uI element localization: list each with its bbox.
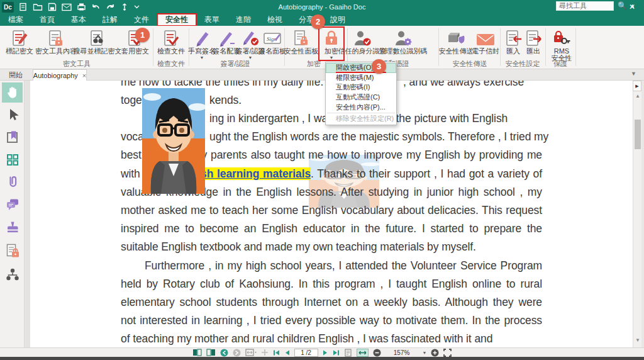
page-thumbnails-icon[interactable] — [2, 150, 23, 170]
gesture-icon[interactable] — [119, 1, 130, 13]
document-text: of teaching my mother and rural children… — [121, 332, 492, 345]
ribbon-button-密文工具內容[interactable]: 密文工具內容 — [36, 28, 75, 55]
print-icon[interactable] — [75, 1, 87, 13]
page-spread-icon[interactable] — [192, 349, 202, 356]
zoom-out-icon[interactable] — [373, 349, 381, 357]
security-panel-icon[interactable] — [2, 240, 23, 261]
redo-icon[interactable] — [104, 1, 116, 13]
first-page-icon[interactable] — [273, 349, 280, 356]
doc-check-icon — [162, 28, 180, 47]
collapse-ribbon-icon[interactable]: ▼ — [631, 70, 636, 77]
bookmark-panel-icon[interactable] — [2, 127, 23, 147]
new-doc-icon[interactable] — [18, 1, 29, 13]
scroll-down-icon[interactable]: ▼ — [633, 337, 642, 343]
attachments-icon[interactable] — [2, 172, 23, 192]
fit-page-icon[interactable] — [245, 349, 257, 356]
menu-item-2[interactable]: 權限密碼(M) — [326, 73, 396, 83]
stamp-icon[interactable] — [2, 217, 23, 237]
previous-page-icon[interactable] — [284, 349, 290, 356]
vertical-scrollbar[interactable]: ▲ ▼ — [633, 81, 641, 347]
ribbon-button-標記密文[interactable]: 標記密文 — [4, 28, 35, 55]
continuous-view-icon[interactable] — [344, 349, 352, 357]
scroll-up-icon[interactable]: ▲ — [633, 93, 642, 99]
ribbon-button-手寫簽名[interactable]: 手寫簽名▼ — [190, 28, 214, 60]
ribbon-tab-檢視[interactable]: 檢視 — [259, 14, 291, 26]
document-tab-Autobiography[interactable]: Autobiography× — [33, 69, 87, 81]
ribbon-tab-進階[interactable]: 進階 — [228, 14, 259, 26]
select-cursor-icon[interactable] — [2, 104, 23, 125]
ribbon-button-信任的身分識別[interactable]: 信任的身分識別 — [343, 28, 381, 55]
person-gear-icon — [394, 28, 413, 47]
taskbar-strip — [0, 357, 644, 360]
ribbon-group-label: 安全性設定 — [506, 59, 540, 69]
org-tree-icon[interactable] — [2, 264, 23, 284]
ribbon-button-簽署/認證[interactable]: 簽署/認證▼ — [239, 28, 262, 60]
ribbon-button-匯出[interactable]: 匯出 — [524, 28, 543, 55]
ribbon-button-label: 搜尋並標記密文 — [74, 48, 122, 55]
ribbon-button-管理數位識別碼[interactable]: 管理數位識別碼 — [382, 28, 424, 55]
fullscreen-icon[interactable] — [443, 349, 452, 357]
ribbon-button-安全性面板[interactable]: 安全性面板 — [286, 28, 316, 55]
encrypt-dropdown-menu: 開啟密碼(O)權限密碼(M)互動密碼(I)互動式憑證(C)安全性內容(P)...… — [325, 62, 397, 125]
callout-step-3: 3 — [372, 59, 386, 74]
page-number-box[interactable]: 1 /2 — [294, 349, 318, 357]
ribbon-tab-說明[interactable]: 說明 — [322, 14, 353, 26]
ribbon-button-加密[interactable]: 加密▼ — [319, 28, 343, 60]
document-text: suitable English textbook and made my ow… — [121, 240, 476, 253]
ribbon-tab-首頁[interactable]: 首頁 — [31, 14, 63, 26]
undo-icon[interactable] — [90, 1, 102, 13]
open-folder-icon[interactable] — [31, 1, 44, 13]
ribbon: 標記密文密文工具內容搜尋並標記密文套用密文密文工具檢查文件檢查文件手寫簽名▼簽名… — [0, 26, 644, 69]
zoom-in-icon[interactable] — [431, 349, 439, 357]
scrollbar-thumb[interactable] — [635, 120, 641, 149]
chevron-down-icon[interactable]: ▼ — [200, 56, 204, 60]
ribbon-button-搜尋並標記密文[interactable]: 搜尋並標記密文 — [77, 28, 118, 55]
fit-width-toggle[interactable] — [357, 349, 369, 357]
zoom-level[interactable]: 157% — [386, 349, 418, 356]
mail-icon[interactable] — [60, 1, 73, 13]
pen-config-icon — [218, 28, 235, 47]
ribbon-tab-安全性[interactable]: 安全性 — [157, 14, 196, 26]
hand-tool-icon[interactable] — [2, 82, 23, 103]
next-view-icon[interactable] — [233, 349, 241, 357]
title-bar: Dc Autobiography - Gaaiho Doc ─ □ ✕ — [0, 0, 644, 14]
page-spread2-icon[interactable] — [206, 349, 216, 356]
chevron-down-icon[interactable]: ▼ — [330, 56, 334, 60]
ribbon-group-label: 保護 — [553, 59, 567, 69]
document-text-line: of teaching my mother and rural children… — [121, 332, 542, 347]
document-text-segment: voca — [121, 130, 144, 143]
split-icon[interactable] — [261, 349, 269, 356]
panel-expand-button[interactable]: ▶ — [633, 81, 641, 91]
ribbon-button-檢查文件[interactable]: 檢查文件 — [155, 28, 187, 55]
comments-icon[interactable] — [2, 194, 23, 215]
previous-view-icon[interactable] — [220, 349, 228, 357]
svg-text:Sign: Sign — [267, 36, 277, 42]
doc-import-icon — [504, 28, 522, 47]
next-page-icon[interactable] — [323, 349, 328, 356]
document-tab-開始[interactable]: 開始 — [0, 69, 31, 81]
ribbon-tab-基本[interactable]: 基本 — [63, 14, 94, 26]
chevron-up-icon[interactable]: ▲ — [630, 3, 635, 9]
document-text-line: mother asked me to teach her some Englis… — [121, 204, 542, 222]
zoom-dropdown-icon[interactable]: ▼ — [423, 351, 427, 355]
ribbon-tab-註解[interactable]: 註解 — [94, 14, 126, 26]
close-tab-icon[interactable]: × — [82, 72, 86, 79]
menu-item-3[interactable]: 互動密碼(I) — [326, 82, 396, 93]
ribbon-button-匯入[interactable]: 匯入 — [504, 28, 523, 55]
ribbon-tab-檔案[interactable]: 檔案 — [0, 14, 31, 26]
ribbon-button-安全性傳送[interactable]: 安全性傳送 — [441, 28, 470, 55]
search-icon[interactable]: 🔍 — [618, 1, 627, 10]
last-page-icon[interactable] — [333, 349, 340, 356]
ribbon-button-RMS安全性[interactable]: RMS 安全性 — [548, 28, 575, 62]
menu-item-4[interactable]: 互動式憑證(C) — [326, 93, 396, 103]
ribbon-tab-文件[interactable]: 文件 — [126, 14, 157, 26]
ribbon-button-簽名面板[interactable]: Sign簽名面板 — [262, 28, 283, 55]
save-icon[interactable] — [47, 1, 58, 13]
more-icon[interactable] — [133, 1, 141, 13]
menu-item-label: 安全性內容(P)... — [336, 103, 386, 112]
ribbon-button-電子信封[interactable]: 電子信封 — [472, 28, 499, 55]
search-input[interactable]: 尋找工具 — [556, 1, 614, 11]
ribbon-tab-表單[interactable]: 表單 — [196, 14, 228, 26]
callout-step-2: 2 — [311, 14, 325, 29]
menu-item-5[interactable]: 安全性內容(P)... — [326, 102, 396, 112]
